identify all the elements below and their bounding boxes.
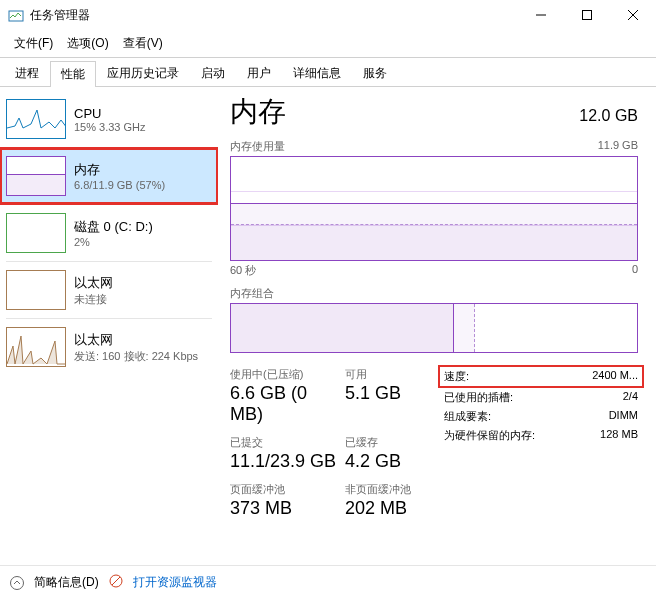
stat-label: 已缓存 (345, 435, 440, 450)
stat-label: 可用 (345, 367, 440, 382)
sidebar-item-label: 以太网 (74, 331, 198, 349)
stat-value: 6.6 GB (0 MB) (230, 383, 345, 425)
sidebar: CPU 15% 3.33 GHz 内存 6.8/11.9 GB (57%) 磁盘… (0, 87, 218, 575)
menubar: 文件(F) 选项(O) 查看(V) (0, 30, 656, 58)
svg-line-6 (112, 577, 120, 585)
tab-details[interactable]: 详细信息 (282, 60, 352, 86)
sidebar-item-cpu[interactable]: CPU 15% 3.33 GHz (0, 91, 218, 147)
axis-left: 60 秒 (230, 263, 256, 278)
memory-usage-graph[interactable] (230, 156, 638, 261)
maximize-button[interactable] (564, 0, 610, 30)
usage-graph-max: 11.9 GB (598, 139, 638, 154)
main-panel: 内存 12.0 GB 内存使用量 11.9 GB 60 秒 0 内存组合 使用中… (218, 87, 656, 575)
sidebar-item-sub: 发送: 160 接收: 224 Kbps (74, 349, 198, 364)
tab-services[interactable]: 服务 (352, 60, 398, 86)
stat-value: 11.1/23.9 GB (230, 451, 345, 472)
stat-value: 4.2 GB (345, 451, 440, 472)
memory-composition-graph[interactable] (230, 303, 638, 353)
window-title: 任务管理器 (30, 7, 518, 24)
stat-label: 页面缓冲池 (230, 482, 345, 497)
usage-graph-label: 内存使用量 (230, 139, 285, 154)
sidebar-item-ethernet-1[interactable]: 以太网 未连接 (0, 262, 218, 318)
sidebar-item-sub: 2% (74, 236, 153, 248)
app-icon (8, 7, 24, 23)
memory-thumbnail (6, 156, 66, 196)
stat-label: 已提交 (230, 435, 345, 450)
sidebar-item-disk[interactable]: 磁盘 0 (C: D:) 2% (0, 205, 218, 261)
tab-users[interactable]: 用户 (236, 60, 282, 86)
sidebar-item-label: 磁盘 0 (C: D:) (74, 218, 153, 236)
tab-performance[interactable]: 性能 (50, 61, 96, 87)
sidebar-item-sub: 15% 3.33 GHz (74, 121, 146, 133)
sidebar-item-memory[interactable]: 内存 6.8/11.9 GB (57%) (0, 148, 218, 204)
menu-options[interactable]: 选项(O) (61, 32, 114, 55)
page-title: 内存 (230, 93, 286, 131)
axis-right: 0 (632, 263, 638, 278)
stats-right: 速度:2400 M... 已使用的插槽:2/4 组成要素:DIMM 为硬件保留的… (440, 367, 638, 519)
stats-left: 使用中(已压缩)6.6 GB (0 MB) 可用5.1 GB 已提交11.1/2… (230, 367, 440, 519)
sidebar-item-sub: 未连接 (74, 292, 113, 307)
disk-thumbnail (6, 213, 66, 253)
brief-info-link[interactable]: 简略信息(D) (34, 574, 99, 591)
cpu-thumbnail (6, 99, 66, 139)
svg-rect-2 (583, 11, 592, 20)
menu-view[interactable]: 查看(V) (117, 32, 169, 55)
tab-processes[interactable]: 进程 (4, 60, 50, 86)
stat-row-form: 组成要素:DIMM (444, 407, 638, 426)
stat-row-slots: 已使用的插槽:2/4 (444, 388, 638, 407)
sidebar-item-ethernet-2[interactable]: 以太网 发送: 160 接收: 224 Kbps (0, 319, 218, 375)
footer: 简略信息(D) 打开资源监视器 (0, 565, 656, 599)
resource-monitor-link[interactable]: 打开资源监视器 (133, 574, 217, 591)
tab-startup[interactable]: 启动 (190, 60, 236, 86)
ethernet-thumbnail (6, 270, 66, 310)
stat-label: 使用中(已压缩) (230, 367, 345, 382)
ethernet-thumbnail (6, 327, 66, 367)
stat-value: 373 MB (230, 498, 345, 519)
stat-row-reserved: 为硬件保留的内存:128 MB (444, 426, 638, 445)
minimize-button[interactable] (518, 0, 564, 30)
tab-app-history[interactable]: 应用历史记录 (96, 60, 190, 86)
sidebar-item-sub: 6.8/11.9 GB (57%) (74, 179, 165, 191)
tabbar: 进程 性能 应用历史记录 启动 用户 详细信息 服务 (0, 60, 656, 87)
stat-value: 202 MB (345, 498, 440, 519)
chevron-up-icon[interactable] (10, 576, 24, 590)
forbidden-icon (109, 574, 123, 591)
sidebar-item-label: 以太网 (74, 274, 113, 292)
stat-row-speed: 速度:2400 M... (440, 367, 642, 386)
sidebar-item-label: 内存 (74, 161, 165, 179)
composition-label: 内存组合 (230, 286, 274, 301)
sidebar-item-label: CPU (74, 106, 146, 121)
stat-value: 5.1 GB (345, 383, 440, 404)
menu-file[interactable]: 文件(F) (8, 32, 59, 55)
close-button[interactable] (610, 0, 656, 30)
stat-label: 非页面缓冲池 (345, 482, 440, 497)
memory-capacity: 12.0 GB (579, 107, 638, 125)
